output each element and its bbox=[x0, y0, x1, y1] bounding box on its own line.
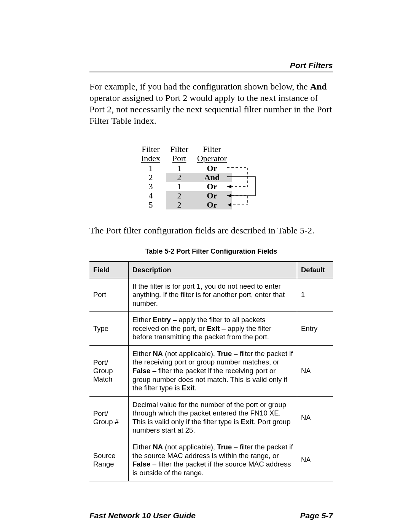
cell-filter-op: Or bbox=[192, 182, 232, 191]
section-title: Port Filters bbox=[89, 61, 333, 72]
cell-filter-port: 2 bbox=[166, 191, 192, 200]
col-header-text: Operator bbox=[197, 153, 227, 163]
col-header-text: Index bbox=[141, 153, 160, 163]
cell-field: Port/ Group # bbox=[89, 396, 129, 439]
cell-description: Either Entry – apply the filter to all p… bbox=[129, 312, 297, 346]
col-header-text: Filter bbox=[142, 144, 160, 154]
table-row: 22And bbox=[135, 173, 232, 182]
cell-filter-index: 2 bbox=[135, 173, 166, 182]
table-row: Port/ Group #Decimal value for the numbe… bbox=[89, 396, 333, 439]
cell-filter-op: And bbox=[192, 173, 232, 182]
example-filter-table: Filter Index Filter Port Filter Operator… bbox=[135, 145, 232, 209]
cell-description: Either NA (not applicable), True – filte… bbox=[129, 345, 297, 396]
table-row: 11Or bbox=[135, 164, 232, 173]
cell-filter-op: Or bbox=[192, 164, 232, 173]
footer-left: Fast Network 10 User Guide bbox=[89, 511, 196, 520]
col-header-text: Filter bbox=[170, 144, 188, 154]
table-row: PortIf the filter is for port 1, you do … bbox=[89, 278, 333, 312]
cell-filter-op: Or bbox=[192, 191, 232, 200]
intro-text-post: operator assigned to Port 2 would apply … bbox=[89, 93, 332, 126]
config-table-block: Field Description Default PortIf the fil… bbox=[89, 261, 333, 482]
table-row: 42Or bbox=[135, 191, 232, 200]
cell-default: NA bbox=[297, 439, 333, 481]
intro-text-bold: And bbox=[310, 81, 327, 91]
footer-right: Page 5-7 bbox=[300, 511, 333, 520]
table-row: 52Or bbox=[135, 200, 232, 209]
config-tbody: PortIf the filter is for port 1, you do … bbox=[89, 278, 333, 481]
footer: Fast Network 10 User Guide Page 5-7 bbox=[89, 511, 333, 532]
cell-field: Type bbox=[89, 312, 129, 346]
cell-default: NA bbox=[297, 345, 333, 396]
example-filter-table-wrap: Filter Index Filter Port Filter Operator… bbox=[135, 145, 253, 209]
cell-filter-op: Or bbox=[192, 200, 232, 209]
cell-field: Port bbox=[89, 278, 129, 312]
cell-filter-port: 2 bbox=[166, 200, 192, 209]
col-header-text: Port bbox=[172, 153, 186, 163]
cell-description: Decimal value for the number of the port… bbox=[129, 396, 297, 439]
th-default: Default bbox=[297, 262, 333, 278]
col-header-text: Filter bbox=[203, 144, 221, 154]
table-row: Port/ Group MatchEither NA (not applicab… bbox=[89, 345, 333, 396]
th-field: Field bbox=[89, 262, 129, 278]
example-tbody: 11Or22And31Or42Or52Or bbox=[135, 164, 232, 209]
table-row: Source RangeEither NA (not applicable), … bbox=[89, 439, 333, 481]
page-root: Port Filters For example, if you had the… bbox=[0, 0, 411, 532]
cell-filter-index: 5 bbox=[135, 200, 166, 209]
intro-text-pre: For example, if you had the configuratio… bbox=[89, 81, 310, 91]
cell-field: Source Range bbox=[89, 439, 129, 481]
config-table: Field Description Default PortIf the fil… bbox=[89, 261, 333, 481]
cell-filter-index: 1 bbox=[135, 164, 166, 173]
col-header-filter-operator: Filter Operator bbox=[192, 145, 232, 164]
cell-filter-port: 2 bbox=[166, 173, 192, 182]
cell-default: 1 bbox=[297, 278, 333, 312]
cell-description: If the filter is for port 1, you do not … bbox=[129, 278, 297, 312]
cell-default: NA bbox=[297, 396, 333, 439]
table-caption: Table 5-2 Port Filter Configuration Fiel… bbox=[89, 248, 333, 256]
table-row: TypeEither Entry – apply the filter to a… bbox=[89, 312, 333, 346]
cell-field: Port/ Group Match bbox=[89, 345, 129, 396]
cell-filter-index: 4 bbox=[135, 191, 166, 200]
intro-paragraph: For example, if you had the configuratio… bbox=[89, 81, 333, 126]
cell-default: Entry bbox=[297, 312, 333, 346]
cell-description: Either NA (not applicable), True – filte… bbox=[129, 439, 297, 481]
col-header-filter-port: Filter Port bbox=[166, 145, 192, 164]
cell-filter-index: 3 bbox=[135, 182, 166, 191]
table-row: 31Or bbox=[135, 182, 232, 191]
cell-filter-port: 1 bbox=[166, 182, 192, 191]
th-desc: Description bbox=[129, 262, 297, 278]
col-header-filter-index: Filter Index bbox=[135, 145, 166, 164]
cell-filter-port: 1 bbox=[166, 164, 192, 173]
table-ref-paragraph: The Port filter configuration fields are… bbox=[89, 225, 333, 236]
